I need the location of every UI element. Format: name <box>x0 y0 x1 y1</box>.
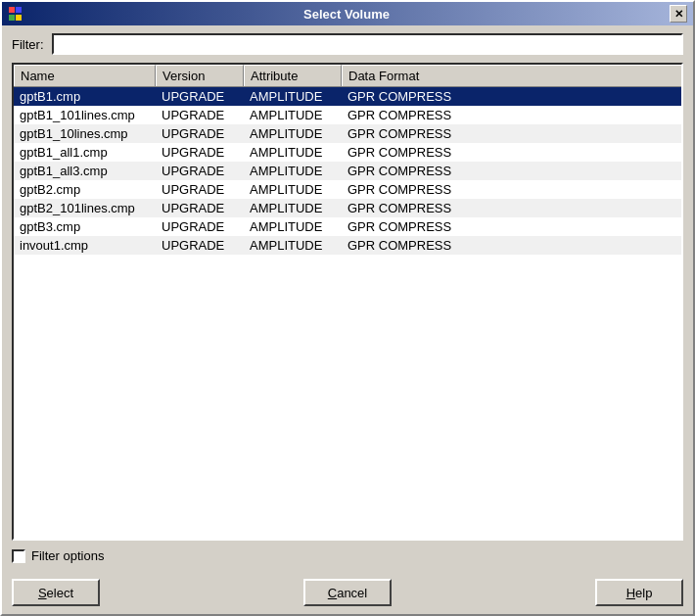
cell-name: gptB2_101lines.cmp <box>14 199 156 217</box>
cell-version: UPGRADE <box>156 162 244 180</box>
filter-label: Filter: <box>12 37 44 52</box>
dialog-content: Filter: Name Version Attribute Data Form… <box>2 25 693 571</box>
cell-name: invout1.cmp <box>14 236 156 255</box>
cell-version: UPGRADE <box>156 124 244 143</box>
cell-name: gptB3.cmp <box>14 217 156 236</box>
title-bar: Select Volume ✕ <box>2 2 693 25</box>
filter-input[interactable] <box>52 33 684 55</box>
cell-name: gptB1_all1.cmp <box>14 143 156 162</box>
cell-format: GPR COMPRESS <box>342 236 681 255</box>
dialog-title: Select Volume <box>23 7 670 22</box>
table-row[interactable]: gptB1.cmpUPGRADEAMPLITUDEGPR COMPRESS <box>14 87 681 106</box>
cell-version: UPGRADE <box>156 236 244 255</box>
volume-table: Name Version Attribute Data Format gptB1… <box>12 63 683 541</box>
cell-format: GPR COMPRESS <box>342 199 681 217</box>
table-row[interactable]: gptB1_10lines.cmpUPGRADEAMPLITUDEGPR COM… <box>14 124 681 143</box>
cell-format: GPR COMPRESS <box>342 143 681 162</box>
button-row: Select Cancel Help <box>2 571 693 614</box>
cell-name: gptB1_all3.cmp <box>14 162 156 180</box>
cell-attribute: AMPLITUDE <box>244 236 342 255</box>
close-button[interactable]: ✕ <box>670 5 687 23</box>
cell-version: UPGRADE <box>156 143 244 162</box>
table-row[interactable]: gptB2.cmpUPGRADEAMPLITUDEGPR COMPRESS <box>14 180 681 199</box>
dialog-window: Select Volume ✕ Filter: Name Version Att… <box>0 0 695 616</box>
help-label: Help <box>626 586 653 600</box>
table-row[interactable]: gptB1_all3.cmpUPGRADEAMPLITUDEGPR COMPRE… <box>14 162 681 180</box>
help-button[interactable]: Help <box>595 579 683 606</box>
cell-format: GPR COMPRESS <box>342 180 681 199</box>
col-header-name: Name <box>14 65 156 86</box>
cell-version: UPGRADE <box>156 199 244 217</box>
cell-name: gptB1_10lines.cmp <box>14 124 156 143</box>
cancel-label: Cancel <box>328 586 367 600</box>
filter-options-row: Filter options <box>12 548 683 563</box>
cell-attribute: AMPLITUDE <box>244 217 342 236</box>
cell-format: GPR COMPRESS <box>342 162 681 180</box>
cell-attribute: AMPLITUDE <box>244 124 342 143</box>
cell-format: GPR COMPRESS <box>342 124 681 143</box>
table-row[interactable]: invout1.cmpUPGRADEAMPLITUDEGPR COMPRESS <box>14 236 681 255</box>
cell-attribute: AMPLITUDE <box>244 87 342 106</box>
filter-options-checkbox[interactable] <box>12 549 25 563</box>
cell-attribute: AMPLITUDE <box>244 199 342 217</box>
cell-version: UPGRADE <box>156 217 244 236</box>
app-icon <box>8 6 23 22</box>
cancel-button[interactable]: Cancel <box>303 579 392 606</box>
cell-attribute: AMPLITUDE <box>244 180 342 199</box>
col-header-attribute: Attribute <box>244 65 342 86</box>
cell-name: gptB2.cmp <box>14 180 156 199</box>
table-row[interactable]: gptB2_101lines.cmpUPGRADEAMPLITUDEGPR CO… <box>14 199 681 217</box>
col-header-version: Version <box>156 65 244 86</box>
cell-version: UPGRADE <box>156 180 244 199</box>
cell-format: GPR COMPRESS <box>342 217 681 236</box>
cell-version: UPGRADE <box>156 87 244 106</box>
cell-name: gptB1.cmp <box>14 87 156 106</box>
filter-options-label: Filter options <box>31 548 104 563</box>
cell-version: UPGRADE <box>156 106 244 124</box>
select-button[interactable]: Select <box>12 579 100 606</box>
cell-attribute: AMPLITUDE <box>244 106 342 124</box>
cell-format: GPR COMPRESS <box>342 87 681 106</box>
table-body: gptB1.cmpUPGRADEAMPLITUDEGPR COMPRESSgpt… <box>14 87 681 255</box>
cell-name: gptB1_101lines.cmp <box>14 106 156 124</box>
table-row[interactable]: gptB1_101lines.cmpUPGRADEAMPLITUDEGPR CO… <box>14 106 681 124</box>
col-header-format: Data Format <box>342 65 681 86</box>
cell-format: GPR COMPRESS <box>342 106 681 124</box>
cell-attribute: AMPLITUDE <box>244 143 342 162</box>
filter-row: Filter: <box>12 33 683 55</box>
select-label: Select <box>38 586 73 600</box>
table-header: Name Version Attribute Data Format <box>14 65 681 87</box>
table-row[interactable]: gptB3.cmpUPGRADEAMPLITUDEGPR COMPRESS <box>14 217 681 236</box>
cell-attribute: AMPLITUDE <box>244 162 342 180</box>
table-row[interactable]: gptB1_all1.cmpUPGRADEAMPLITUDEGPR COMPRE… <box>14 143 681 162</box>
